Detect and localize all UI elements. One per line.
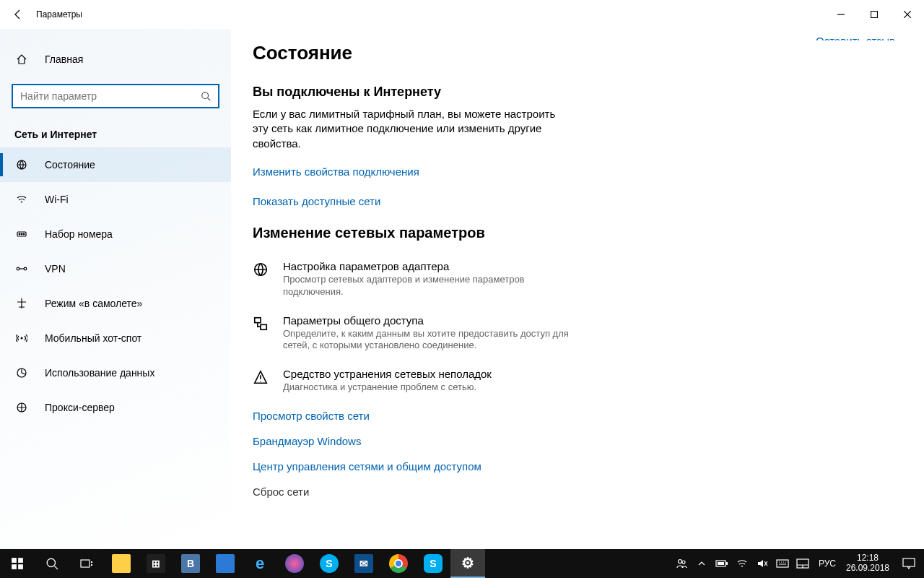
svg-point-23: [679, 560, 682, 564]
wifi-icon: [736, 558, 748, 569]
sharing-icon: [253, 314, 270, 353]
search-box[interactable]: [12, 84, 219, 108]
tray-chevron-up[interactable]: [692, 549, 712, 578]
minimize-button[interactable]: [824, 0, 858, 29]
svg-rect-26: [726, 562, 728, 565]
tray-input-indicator[interactable]: [793, 549, 813, 578]
app-icon: [285, 554, 304, 573]
vk-icon: B: [181, 554, 200, 573]
tray-action-center[interactable]: [894, 558, 924, 569]
dialup-icon: [14, 228, 29, 240]
maximize-icon: [871, 11, 878, 18]
taskbar-app-skype1[interactable]: S: [312, 549, 346, 578]
wifi-icon: [14, 194, 29, 205]
close-button[interactable]: [891, 0, 924, 29]
sidebar-item-label: Мобильный хот-спот: [45, 332, 141, 344]
search-icon: [193, 91, 218, 101]
link-show-networks[interactable]: Показать доступные сети: [253, 195, 895, 207]
chrome-icon: [389, 554, 408, 573]
status-heading: Вы подключены к Интернету: [253, 85, 895, 100]
taskbar-app-settings[interactable]: ⚙: [450, 549, 485, 578]
option-sharing-settings[interactable]: Параметры общего доступа Определите, к к…: [253, 314, 585, 353]
hotspot-icon: [14, 332, 29, 344]
svg-rect-16: [18, 558, 23, 563]
svg-point-24: [682, 561, 685, 564]
link-view-net-props[interactable]: Просмотр свойств сети: [253, 410, 895, 422]
home-icon: [14, 53, 29, 65]
sidebar-item-dialup[interactable]: Набор номера: [0, 217, 231, 251]
link-windows-firewall[interactable]: Брандмауэр Windows: [253, 435, 895, 447]
svg-point-1: [202, 92, 209, 99]
sidebar-item-proxy[interactable]: Прокси-сервер: [0, 390, 231, 425]
folder-icon: [112, 554, 131, 573]
main-content: Оставить отзыв Состояние Вы подключены к…: [231, 29, 924, 549]
battery-icon: [715, 559, 728, 568]
taskbar-app-store[interactable]: ⊞: [139, 549, 173, 578]
tray-wifi[interactable]: [732, 549, 752, 578]
tray-volume[interactable]: [752, 549, 772, 578]
sidebar-item-status[interactable]: Состояние: [0, 147, 231, 182]
sidebar-item-hotspot[interactable]: Мобильный хот-спот: [0, 321, 231, 355]
sidebar-item-label: VPN: [45, 263, 66, 275]
option-title: Параметры общего доступа: [283, 314, 585, 327]
tray-battery[interactable]: [712, 549, 732, 578]
sidebar: Главная Сеть и Интернет Состояние Wi-Fi …: [0, 29, 231, 549]
sidebar-item-label: Wi-Fi: [45, 194, 69, 205]
sidebar-item-datausage[interactable]: Использование данных: [0, 355, 231, 390]
skype-icon: S: [320, 554, 339, 573]
option-adapter-settings[interactable]: Настройка параметров адаптера Просмотр с…: [253, 260, 585, 298]
taskbar-app-chrome[interactable]: [381, 549, 416, 578]
start-button[interactable]: [0, 549, 35, 578]
svg-rect-21: [91, 561, 92, 563]
tray-people[interactable]: [671, 549, 692, 578]
windows-icon: [11, 557, 24, 570]
taskbar-app-explorer[interactable]: [104, 549, 139, 578]
taskbar-app-skype2[interactable]: S: [416, 549, 450, 578]
link-network-sharing-center[interactable]: Центр управления сетями и общим доступом: [253, 460, 895, 473]
sidebar-home[interactable]: Главная: [0, 45, 231, 74]
taskbar-app-generic2[interactable]: [277, 549, 312, 578]
taskbar-app-ie[interactable]: e: [243, 549, 277, 578]
taskbar-app-vk[interactable]: B: [173, 549, 208, 578]
sidebar-item-vpn[interactable]: VPN: [0, 251, 231, 286]
tray-clock[interactable]: 12:18 26.09.2018: [842, 553, 894, 574]
option-desc: Просмотр сетевых адаптеров и изменение п…: [283, 274, 585, 298]
svg-rect-13: [255, 317, 261, 322]
taskbar-search[interactable]: [35, 549, 69, 578]
back-button[interactable]: [0, 0, 36, 29]
minimize-icon: [837, 11, 845, 18]
sidebar-item-label: Состояние: [45, 159, 95, 171]
sidebar-item-label: Режим «в самолете»: [45, 298, 142, 309]
sidebar-item-wifi[interactable]: Wi-Fi: [0, 182, 231, 217]
feedback-link[interactable]: Оставить отзыв: [816, 35, 895, 40]
option-troubleshoot[interactable]: Средство устранения сетевых неполадок Ди…: [253, 368, 585, 394]
search-input[interactable]: [13, 90, 193, 102]
option-desc: Диагностика и устранение проблем с сетью…: [283, 381, 492, 394]
svg-rect-30: [903, 558, 915, 566]
svg-rect-20: [81, 560, 90, 567]
status-body: Если у вас лимитный тарифный план, вы мо…: [253, 107, 563, 151]
volume-mute-icon: [757, 558, 768, 569]
tray-keyboard[interactable]: [772, 549, 793, 578]
section-heading: Изменение сетевых параметров: [253, 225, 895, 241]
maximize-button[interactable]: [858, 0, 891, 29]
option-title: Настройка параметров адаптера: [283, 260, 585, 272]
titlebar: Параметры: [0, 0, 924, 29]
svg-point-4: [19, 233, 20, 235]
sidebar-item-airplane[interactable]: Режим «в самолете»: [0, 286, 231, 321]
app-icon: [216, 554, 235, 573]
sidebar-home-label: Главная: [45, 53, 83, 65]
task-view-button[interactable]: [69, 549, 104, 578]
svg-point-6: [23, 233, 25, 235]
taskbar-app-generic1[interactable]: [208, 549, 243, 578]
taskbar-app-mail[interactable]: ✉: [346, 549, 381, 578]
tray-language[interactable]: РУС: [813, 558, 842, 569]
link-network-reset[interactable]: Сброс сети: [253, 486, 895, 498]
svg-rect-18: [18, 564, 23, 569]
airplane-icon: [14, 298, 29, 309]
link-change-connection-props[interactable]: Изменить свойства подключения: [253, 165, 895, 178]
chevron-up-icon: [697, 559, 706, 568]
sidebar-category: Сеть и Интернет: [0, 108, 231, 147]
warning-icon: [253, 368, 270, 394]
svg-point-19: [47, 558, 55, 566]
